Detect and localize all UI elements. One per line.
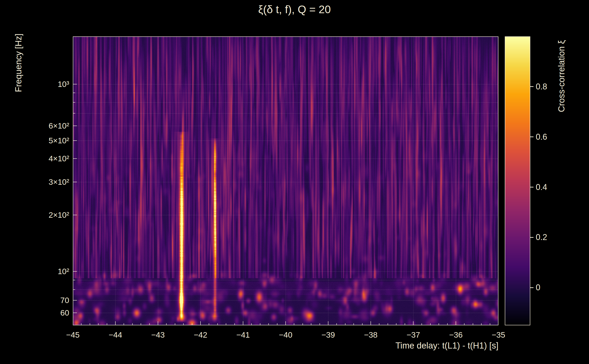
y-tick-label: 6×10² bbox=[25, 120, 69, 131]
x-tick-label: −37 bbox=[395, 330, 432, 340]
x-tick-label: −35 bbox=[480, 330, 517, 340]
colorbar-tick-label: 0 bbox=[536, 283, 540, 292]
x-tick-label: −45 bbox=[55, 330, 91, 340]
x-tick-label: −36 bbox=[438, 330, 474, 340]
colorbar-tick-mark bbox=[530, 187, 533, 188]
x-tick-label: −38 bbox=[353, 330, 389, 340]
y-tick-label: 10³ bbox=[25, 79, 69, 90]
x-axis-title: Time delay: t(L1) - t(H1) [s] bbox=[395, 341, 498, 351]
colorbar-tick-label: 0.4 bbox=[536, 182, 547, 192]
y-tick-label: 10² bbox=[25, 266, 69, 277]
y-tick-label: 2×10² bbox=[25, 209, 69, 221]
colorbar-tick-mark bbox=[530, 136, 533, 137]
colorbar-tick-mark bbox=[530, 287, 533, 288]
x-tick-label: −39 bbox=[310, 330, 346, 340]
colorbar-title: Cross-correlation ξ bbox=[557, 21, 569, 131]
y-tick-label: 70 bbox=[25, 295, 69, 306]
x-tick-label: −42 bbox=[182, 330, 219, 340]
x-tick-label: −44 bbox=[97, 330, 134, 340]
colorbar-tick-label: 0.2 bbox=[536, 232, 547, 242]
colorbar-tick-label: 0.8 bbox=[536, 82, 547, 92]
y-axis-title: Frequency [Hz] bbox=[14, 24, 25, 102]
x-tick-label: −41 bbox=[225, 330, 261, 340]
colorbar-tick-label: 0.6 bbox=[536, 132, 547, 142]
y-tick-label: 60 bbox=[25, 307, 69, 318]
x-tick-label: −40 bbox=[268, 330, 304, 340]
y-tick-label: 5×10² bbox=[25, 135, 69, 146]
colorbar-tick-mark bbox=[530, 237, 533, 238]
colorbar-tick-mark bbox=[530, 86, 533, 87]
chart-title: ξ(δ t, f), Q = 20 bbox=[0, 3, 589, 16]
y-tick-label: 3×10² bbox=[25, 176, 69, 188]
x-tick-label: −43 bbox=[140, 330, 176, 340]
colorbar-canvas bbox=[505, 36, 530, 325]
y-tick-label: 4×10² bbox=[25, 153, 69, 164]
heatmap-canvas bbox=[73, 36, 498, 325]
figure: ξ(δ t, f), Q = 20 Frequency [Hz] 607010²… bbox=[0, 0, 589, 364]
